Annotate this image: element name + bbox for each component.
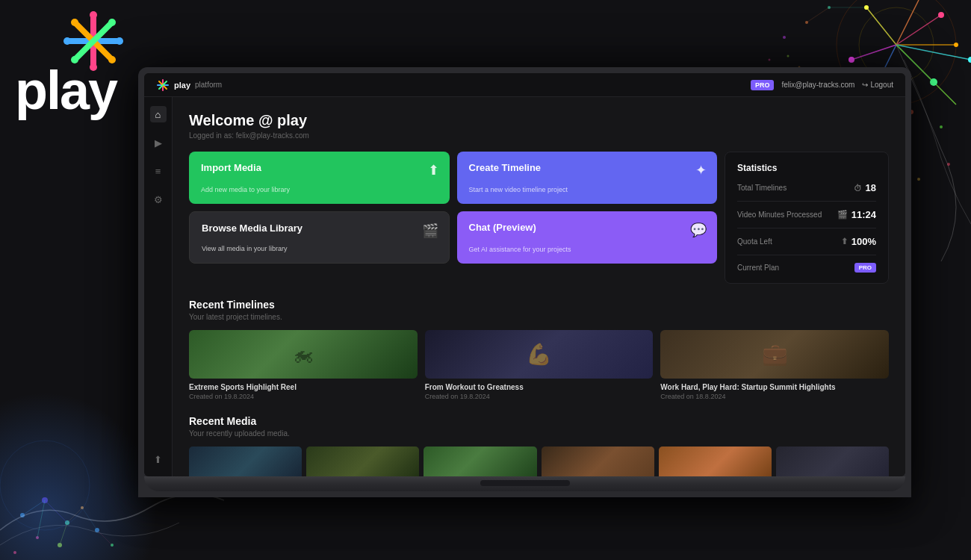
stat-label-minutes: Video Minutes Processed bbox=[737, 211, 822, 219]
play-logo: play bbox=[15, 15, 117, 117]
chat-card[interactable]: Chat (Preview) Get AI assistance for you… bbox=[457, 211, 718, 264]
timeline-date-1: Created on 19.8.2024 bbox=[189, 393, 418, 400]
sidebar-item-media[interactable]: ▶ bbox=[150, 134, 167, 151]
svg-point-28 bbox=[769, 59, 771, 61]
timeline-thumb-2: 💪 bbox=[425, 330, 654, 379]
media-item-4[interactable] bbox=[542, 447, 654, 476]
stat-icon-minutes: 🎬 bbox=[837, 210, 848, 220]
svg-point-62 bbox=[108, 19, 116, 26]
svg-point-39 bbox=[58, 543, 62, 547]
import-media-card[interactable]: Import Media Add new media to your libra… bbox=[189, 152, 450, 204]
svg-line-7 bbox=[866, 7, 896, 45]
stat-row-plan: Current Plan PRO bbox=[737, 263, 876, 273]
svg-point-16 bbox=[864, 5, 869, 10]
timeline-thumb-3: 💼 bbox=[660, 330, 889, 379]
timelines-grid: 🏍 Extreme Sports Highlight Reel Created … bbox=[189, 330, 889, 400]
timeline-card-3[interactable]: 💼 Work Hard, Play Hard: Startup Summit H… bbox=[660, 330, 889, 400]
stat-row-timelines: Total Timelines ⏱ 18 bbox=[737, 182, 876, 202]
timeline-title-2: From Workout to Greatness bbox=[425, 383, 654, 391]
svg-point-17 bbox=[968, 57, 971, 63]
stat-label-quota: Quota Left bbox=[737, 237, 772, 246]
svg-point-59 bbox=[116, 37, 123, 45]
svg-point-24 bbox=[828, 6, 831, 9]
media-grid bbox=[189, 447, 889, 476]
media-item-2[interactable] bbox=[306, 447, 419, 476]
nav-right: PRO felix@play-tracks.com ↪ Logout bbox=[751, 80, 893, 90]
svg-point-56 bbox=[90, 11, 97, 19]
logout-button[interactable]: ↪ Logout bbox=[862, 81, 893, 89]
svg-point-30 bbox=[787, 55, 789, 57]
stats-title: Statistics bbox=[737, 163, 876, 173]
timeline-title-3: Work Hard, Play Hard: Startup Summit Hig… bbox=[660, 383, 889, 391]
stat-value-timelines: ⏱ 18 bbox=[854, 182, 876, 193]
svg-point-19 bbox=[940, 125, 943, 128]
import-media-title: Import Media bbox=[201, 162, 438, 173]
create-timeline-card[interactable]: Create Timeline Start a new video timeli… bbox=[457, 152, 718, 204]
nav-brand-name: play bbox=[174, 81, 190, 90]
chat-title: Chat (Preview) bbox=[469, 222, 706, 233]
browse-sub: View all media in your library bbox=[202, 245, 437, 252]
logout-icon: ↪ bbox=[862, 81, 868, 89]
statistics-panel: Statistics Total Timelines ⏱ 18 Video Mi… bbox=[725, 152, 889, 284]
svg-point-21 bbox=[947, 163, 950, 166]
import-icon: ⬆ bbox=[428, 162, 439, 178]
laptop-frame: play platform PRO felix@play-tracks.com … bbox=[138, 67, 911, 538]
media-item-3[interactable] bbox=[424, 447, 536, 476]
svg-point-15 bbox=[849, 57, 854, 63]
svg-point-36 bbox=[42, 497, 48, 503]
svg-line-48 bbox=[67, 508, 82, 523]
timeline-thumb-1: 🏍 bbox=[189, 330, 418, 379]
laptop-base bbox=[144, 476, 905, 491]
browse-icon: 🎬 bbox=[422, 223, 438, 239]
svg-point-23 bbox=[805, 21, 808, 24]
svg-point-57 bbox=[90, 63, 97, 71]
svg-line-46 bbox=[37, 500, 45, 538]
timeline-card-1[interactable]: 🏍 Extreme Sports Highlight Reel Created … bbox=[189, 330, 418, 400]
nav-brand: play platform bbox=[156, 78, 222, 92]
content-area: Welcome @ play Logged in as: felix@play-… bbox=[173, 97, 905, 476]
stat-icon-quota: ⬆ bbox=[841, 237, 848, 246]
browse-title: Browse Media Library bbox=[202, 223, 437, 234]
sidebar-item-settings[interactable]: ⚙ bbox=[150, 191, 167, 208]
chat-icon: 💬 bbox=[690, 222, 707, 238]
svg-point-34 bbox=[0, 441, 90, 530]
timeline-card-2[interactable]: 💪 From Workout to Greatness Created on 1… bbox=[425, 330, 654, 400]
svg-point-12 bbox=[954, 43, 958, 47]
svg-point-38 bbox=[36, 536, 39, 539]
svg-line-8 bbox=[896, 0, 919, 45]
media-section-title: Recent Media bbox=[189, 415, 889, 427]
svg-line-45 bbox=[45, 500, 67, 523]
svg-point-63 bbox=[71, 56, 78, 63]
media-item-6[interactable] bbox=[776, 447, 889, 476]
svg-point-58 bbox=[63, 37, 71, 45]
svg-point-41 bbox=[95, 528, 99, 532]
media-item-1[interactable] bbox=[189, 447, 302, 476]
stat-value-plan: PRO bbox=[854, 263, 876, 273]
svg-point-61 bbox=[108, 56, 116, 63]
media-item-5[interactable] bbox=[659, 447, 772, 476]
top-nav: play platform PRO felix@play-tracks.com … bbox=[144, 73, 905, 97]
stat-value-quota: ⬆ 100% bbox=[841, 236, 876, 247]
timelines-section-sub: Your latest project timelines. bbox=[189, 313, 889, 321]
stat-icon-timelines: ⏱ bbox=[854, 184, 862, 193]
svg-point-22 bbox=[917, 178, 920, 181]
svg-point-25 bbox=[783, 36, 786, 39]
create-icon: ✦ bbox=[695, 162, 707, 178]
stat-row-minutes: Video Minutes Processed 🎬 11:24 bbox=[737, 209, 876, 228]
stat-label-timelines: Total Timelines bbox=[737, 184, 787, 192]
sidebar-item-timelines[interactable]: ≡ bbox=[150, 163, 167, 179]
sidebar-item-home[interactable]: ⌂ bbox=[150, 106, 167, 122]
browse-library-card[interactable]: Browse Media Library View all media in y… bbox=[189, 211, 450, 264]
recent-timelines-section: Recent Timelines Your latest project tim… bbox=[189, 299, 889, 400]
stat-label-plan: Current Plan bbox=[737, 264, 779, 272]
svg-point-40 bbox=[81, 506, 84, 509]
svg-point-13 bbox=[930, 78, 937, 86]
svg-point-60 bbox=[71, 19, 78, 26]
svg-line-2 bbox=[896, 15, 941, 45]
nav-email: felix@play-tracks.com bbox=[781, 81, 854, 89]
svg-point-35 bbox=[20, 513, 25, 517]
sidebar-item-upload[interactable]: ⬆ bbox=[150, 451, 167, 467]
svg-line-50 bbox=[97, 530, 112, 545]
timeline-date-3: Created on 18.8.2024 bbox=[660, 393, 889, 400]
recent-media-section: Recent Media Your recently uploaded medi… bbox=[189, 415, 889, 476]
